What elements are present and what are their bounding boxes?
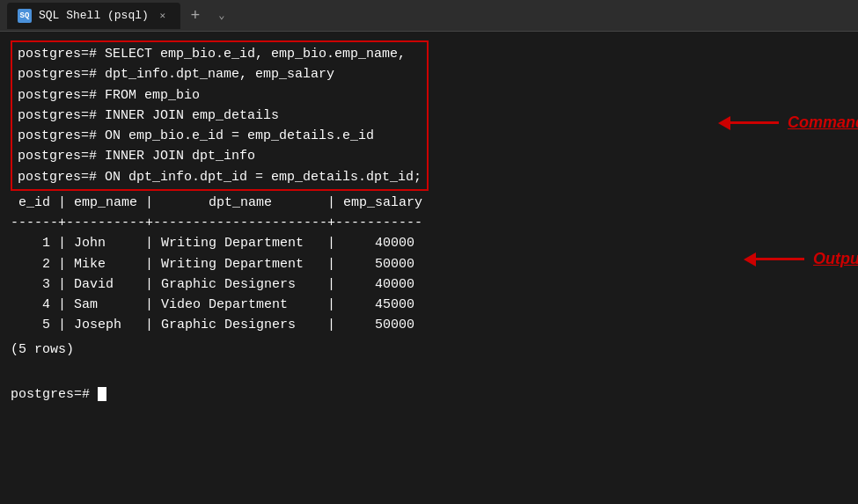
table-separator: ------+----------+----------------------… [11, 213, 847, 233]
command-label: Command [788, 111, 858, 135]
table-header: e_id | emp_name | dpt_name | emp_salary [11, 193, 847, 213]
command-annotation: Command [718, 111, 858, 135]
final-prompt: postgres=# [11, 384, 98, 405]
table-row-1: 1 | John | Writing Department | 40000 [11, 233, 847, 253]
output-section: e_id | emp_name | dpt_name | emp_salary … [11, 193, 847, 336]
output-arrow-head [744, 252, 756, 267]
table-row-4: 4 | Sam | Video Department | 45000 [11, 295, 847, 315]
command-arrow-head [718, 116, 730, 130]
tab-group: SQ SQL Shell (psql) ✕ + ⌄ [7, 3, 233, 29]
output-arrow-shaft [756, 258, 804, 260]
new-tab-button[interactable]: + [184, 4, 207, 27]
terminal-window: postgres=# SELECT emp_bio.e_id, emp_bio.… [0, 32, 858, 504]
title-bar: SQ SQL Shell (psql) ✕ + ⌄ [0, 0, 858, 32]
active-tab[interactable]: SQ SQL Shell (psql) ✕ [7, 3, 180, 29]
tab-label: SQL Shell (psql) [39, 9, 149, 22]
command-line-1: postgres=# SELECT emp_bio.e_id, emp_bio.… [18, 44, 422, 187]
tab-dropdown-button[interactable]: ⌄ [210, 4, 233, 27]
table-row-2: 2 | Mike | Writing Department | 50000 [11, 254, 847, 274]
output-annotation: Output [744, 247, 858, 272]
command-arrow-shaft [730, 121, 779, 124]
row-count: (5 rows) [11, 340, 847, 360]
cursor [98, 387, 106, 401]
command-box: postgres=# SELECT emp_bio.e_id, emp_bio.… [11, 40, 429, 191]
final-prompt-line: postgres=# [11, 384, 847, 405]
table-row-3: 3 | David | Graphic Designers | 40000 [11, 274, 847, 295]
tab-icon: SQ [18, 9, 32, 23]
table-row-5: 5 | Joseph | Graphic Designers | 50000 [11, 315, 847, 335]
output-label: Output [813, 247, 858, 272]
tab-close-button[interactable]: ✕ [156, 9, 170, 23]
